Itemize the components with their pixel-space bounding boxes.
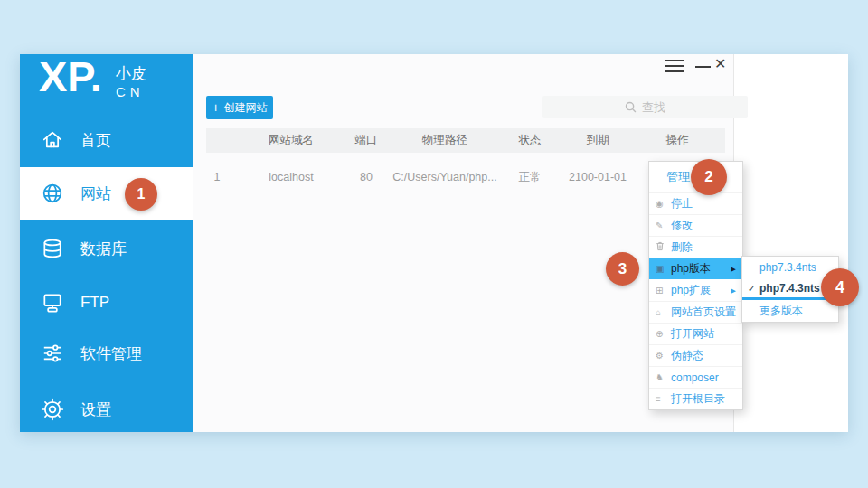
search-input[interactable]: 查找 bbox=[542, 96, 748, 118]
sidebar-item-home[interactable]: 首页 bbox=[20, 120, 193, 160]
php-extension-icon bbox=[656, 286, 668, 296]
submenu-item-label: php7.4.3nts bbox=[760, 282, 820, 295]
search-icon bbox=[625, 101, 637, 113]
menu-item-open-site[interactable]: 打开网站 bbox=[649, 323, 742, 344]
sidebar-item-label: 数据库 bbox=[80, 239, 127, 259]
sidebar-item-ftp[interactable]: FTP bbox=[20, 283, 193, 323]
menu-item-label: 打开网站 bbox=[671, 326, 714, 342]
root-dir-icon bbox=[656, 394, 668, 404]
menu-item-modify[interactable]: 修改 bbox=[649, 214, 742, 236]
globe-icon bbox=[41, 182, 64, 205]
submenu-item-more-versions[interactable]: 更多版本 bbox=[742, 300, 838, 322]
logo-subtitle-bottom: CN bbox=[116, 84, 145, 99]
composer-icon bbox=[656, 372, 668, 382]
sidebar-item-label: 设置 bbox=[80, 399, 111, 420]
menu-item-label: 伪静态 bbox=[671, 348, 703, 363]
menu-item-label: php版本 bbox=[671, 261, 711, 277]
homepage-icon bbox=[656, 307, 668, 317]
step-badge-2: 2 bbox=[691, 159, 727, 195]
close-icon[interactable]: ✕ bbox=[714, 55, 726, 72]
submenu-item-label: php7.3.4nts bbox=[760, 261, 816, 274]
edit-icon bbox=[656, 221, 668, 230]
rewrite-icon bbox=[656, 351, 668, 361]
create-site-button[interactable]: + 创建网站 bbox=[206, 96, 273, 119]
menu-item-php-extensions[interactable]: php扩展 bbox=[649, 279, 742, 301]
trash-icon bbox=[656, 241, 668, 253]
sliders-icon bbox=[41, 342, 64, 365]
submenu-arrow-icon bbox=[731, 266, 736, 273]
sidebar-item-settings[interactable]: 设置 bbox=[20, 389, 193, 429]
step-badge-1: 1 bbox=[125, 178, 157, 211]
submenu-item-php734[interactable]: php7.3.4nts bbox=[742, 257, 838, 278]
logo-subtitle-top: 小皮 bbox=[116, 63, 146, 84]
app-window: XP. 小皮 CN 首页 网站 数据库 FTP 软件管理 设置 bbox=[20, 54, 848, 432]
row-path: C:/Users/Yuan/php... bbox=[392, 153, 496, 202]
row-expiry: 2100-01-01 bbox=[569, 153, 627, 202]
menu-item-php-version[interactable]: php版本 bbox=[649, 258, 742, 279]
hamburger-menu-icon[interactable] bbox=[665, 60, 684, 73]
create-site-label: 创建网站 bbox=[224, 100, 268, 116]
gear-icon bbox=[41, 398, 64, 421]
sidebar-item-label: 首页 bbox=[80, 130, 111, 151]
col-header-actions: 操作 bbox=[666, 128, 689, 153]
row-index: 1 bbox=[214, 153, 221, 202]
row-divider bbox=[206, 202, 725, 202]
logo: XP. bbox=[39, 49, 102, 105]
check-icon bbox=[748, 284, 760, 294]
database-icon bbox=[41, 237, 64, 260]
step-badge-3: 3 bbox=[606, 252, 639, 286]
sidebar-item-websites[interactable]: 网站 bbox=[20, 167, 193, 220]
col-header-status: 状态 bbox=[519, 128, 542, 153]
context-menu: 管理 停止 修改 删除 php版本 php扩展 网站首页设置 bbox=[648, 161, 743, 410]
menu-item-label: composer bbox=[671, 371, 719, 384]
sidebar-item-label: 软件管理 bbox=[80, 343, 142, 364]
menu-item-stop[interactable]: 停止 bbox=[649, 192, 742, 214]
sidebar-item-label: 网站 bbox=[80, 183, 111, 204]
row-domain: localhost bbox=[269, 153, 313, 202]
open-site-icon bbox=[656, 329, 668, 339]
plus-icon: + bbox=[212, 101, 219, 114]
col-header-domain: 网站域名 bbox=[269, 128, 314, 153]
col-header-path: 物理路径 bbox=[422, 128, 467, 153]
step-badge-4: 4 bbox=[821, 268, 859, 306]
submenu-arrow-icon bbox=[731, 287, 736, 295]
menu-item-composer[interactable]: composer bbox=[649, 366, 742, 388]
submenu-item-label: 更多版本 bbox=[760, 304, 803, 319]
menu-item-rewrite[interactable]: 伪静态 bbox=[649, 344, 742, 366]
menu-item-label: 网站首页设置 bbox=[671, 305, 736, 320]
php-version-icon bbox=[656, 264, 668, 274]
menu-item-homepage-settings[interactable]: 网站首页设置 bbox=[649, 301, 742, 323]
sidebar: XP. 小皮 CN 首页 网站 数据库 FTP 软件管理 设置 bbox=[20, 54, 193, 432]
status-badge: 正常 bbox=[519, 153, 542, 202]
minimize-icon[interactable] bbox=[695, 66, 711, 68]
menu-item-label: 修改 bbox=[671, 218, 693, 233]
search-placeholder: 查找 bbox=[642, 99, 665, 116]
menu-item-label: 停止 bbox=[671, 196, 693, 211]
menu-item-label: 打开根目录 bbox=[671, 391, 725, 407]
stop-icon bbox=[656, 199, 668, 209]
menu-item-label: php扩展 bbox=[671, 283, 711, 298]
menu-item-label: 删除 bbox=[671, 239, 693, 255]
col-header-port: 端口 bbox=[355, 128, 378, 153]
monitor-icon bbox=[41, 291, 64, 314]
menu-item-delete[interactable]: 删除 bbox=[649, 236, 742, 258]
sidebar-item-label: FTP bbox=[80, 294, 109, 312]
sidebar-item-database[interactable]: 数据库 bbox=[20, 229, 193, 268]
sidebar-item-software[interactable]: 软件管理 bbox=[20, 333, 193, 373]
row-port: 80 bbox=[360, 153, 373, 202]
menu-item-open-root-dir[interactable]: 打开根目录 bbox=[649, 388, 742, 409]
home-icon bbox=[41, 128, 64, 152]
page-background: { "colors": { "brand": "#1b9ce0", "link"… bbox=[0, 0, 868, 488]
col-header-expiry: 到期 bbox=[587, 128, 609, 153]
